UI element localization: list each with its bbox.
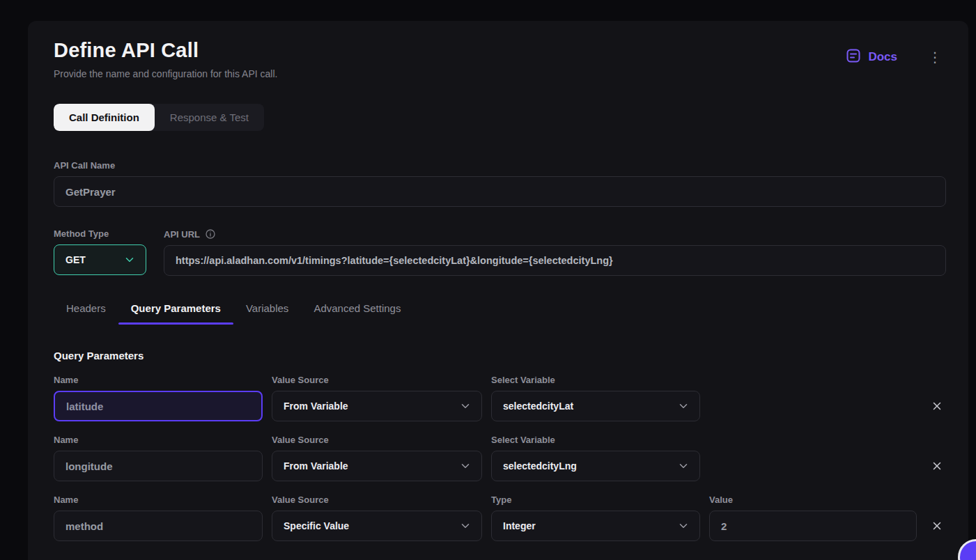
- param-name-label: Name: [54, 375, 263, 385]
- query-param-row: Name Value Source Specific Value Type In…: [54, 495, 946, 541]
- docs-icon: [845, 47, 862, 67]
- info-icon[interactable]: [205, 228, 216, 240]
- value-source-label: Value Source: [272, 495, 482, 505]
- panel-header: Define API Call Provide the name and con…: [54, 21, 946, 79]
- value-label: Value: [709, 495, 917, 505]
- sub-tab-group: Headers Query Parameters Variables Advan…: [54, 302, 946, 325]
- docs-link[interactable]: Docs: [845, 47, 897, 67]
- api-url-input[interactable]: [164, 245, 946, 276]
- chevron-down-icon: [459, 460, 472, 472]
- param-name-input[interactable]: [54, 391, 263, 421]
- value-source-select[interactable]: From Variable: [272, 391, 482, 421]
- select-variable-select[interactable]: selectedcityLat: [491, 391, 700, 421]
- subtab-query-parameters[interactable]: Query Parameters: [118, 302, 233, 325]
- value-source-select[interactable]: From Variable: [272, 451, 482, 481]
- param-value-input[interactable]: [709, 511, 917, 541]
- define-api-call-panel: Define API Call Provide the name and con…: [28, 21, 968, 560]
- tab-call-definition[interactable]: Call Definition: [54, 104, 155, 131]
- query-parameters-section-title: Query Parameters: [54, 350, 946, 361]
- value-source-label: Value Source: [272, 435, 482, 445]
- docs-label: Docs: [868, 50, 897, 64]
- subtab-advanced-settings[interactable]: Advanced Settings: [301, 302, 413, 325]
- param-name-input[interactable]: [54, 451, 263, 481]
- page-title: Define API Call: [54, 39, 277, 62]
- param-name-input[interactable]: [54, 511, 263, 541]
- select-variable-label: Select Variable: [491, 435, 700, 445]
- method-type-label: Method Type: [54, 228, 146, 239]
- main-tab-group: Call Definition Response & Test: [54, 104, 264, 131]
- method-type-value: GET: [65, 254, 86, 265]
- chevron-down-icon: [459, 520, 472, 532]
- more-options-kebab-icon[interactable]: ⋮: [924, 49, 946, 65]
- page-subtitle: Provide the name and configuration for t…: [54, 68, 277, 79]
- value-source-label: Value Source: [272, 375, 482, 385]
- tab-response-and-test[interactable]: Response & Test: [155, 104, 264, 131]
- value-source-select[interactable]: Specific Value: [272, 511, 482, 541]
- chevron-down-icon: [677, 460, 690, 472]
- param-name-label: Name: [54, 435, 263, 445]
- remove-param-button[interactable]: [928, 511, 946, 541]
- subtab-variables[interactable]: Variables: [233, 302, 301, 325]
- api-call-name-label: API Call Name: [54, 160, 946, 171]
- type-select[interactable]: Integer: [491, 511, 700, 541]
- remove-param-button[interactable]: [928, 451, 946, 481]
- api-url-label: API URL: [164, 229, 200, 240]
- chevron-down-icon: [459, 400, 472, 412]
- chevron-down-icon: [123, 254, 136, 266]
- type-label: Type: [491, 495, 700, 505]
- select-variable-select[interactable]: selectedcityLng: [491, 451, 700, 481]
- method-type-select[interactable]: GET: [54, 244, 146, 275]
- subtab-headers[interactable]: Headers: [54, 302, 118, 325]
- select-variable-label: Select Variable: [491, 375, 700, 385]
- param-name-label: Name: [54, 495, 263, 505]
- remove-param-button[interactable]: [928, 391, 946, 421]
- query-param-row: Name Value Source From Variable Select V…: [54, 375, 946, 421]
- query-param-row: Name Value Source From Variable Select V…: [54, 435, 946, 481]
- api-call-name-input[interactable]: [54, 176, 946, 207]
- chevron-down-icon: [677, 400, 690, 412]
- chevron-down-icon: [677, 520, 690, 532]
